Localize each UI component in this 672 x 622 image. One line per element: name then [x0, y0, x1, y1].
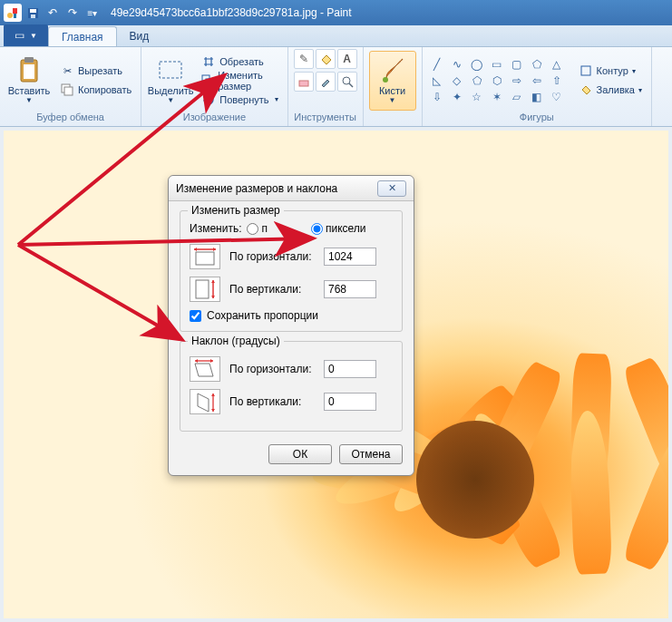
shape-star5-icon[interactable]: ☆ — [468, 90, 486, 104]
skew-fieldset: Наклон (градусы) По горизонтали: По верт… — [180, 341, 403, 432]
fill-label: Заливка — [597, 84, 635, 95]
copy-label: Копировать — [78, 84, 131, 95]
tab-view[interactable]: Вид — [117, 26, 162, 46]
shape-star4-icon[interactable]: ✦ — [448, 90, 466, 104]
group-more: То — [652, 47, 672, 126]
shape-leftarrow-icon[interactable]: ⇦ — [528, 73, 546, 88]
resize-legend: Изменить размер — [188, 204, 284, 217]
svg-rect-14 — [299, 81, 308, 86]
shape-fill-button[interactable]: Заливка▾ — [575, 81, 646, 99]
resize-vert-input[interactable] — [324, 280, 376, 298]
copy-button[interactable]: Копировать — [56, 81, 135, 99]
paste-label: Вставить — [8, 85, 51, 96]
skew-legend: Наклон (градусы) — [188, 335, 284, 347]
dialog-titlebar[interactable]: Изменение размеров и наклона ✕ — [169, 176, 414, 201]
shape-rect-icon[interactable]: ▭ — [488, 57, 506, 72]
pencil-tool[interactable]: ✎ — [294, 49, 314, 69]
paste-button[interactable]: Вставить ▼ — [5, 51, 53, 111]
cut-button[interactable]: ✂ Вырезать — [56, 62, 135, 80]
resize-horiz-input[interactable] — [324, 248, 376, 266]
magnifier-tool[interactable] — [337, 72, 357, 92]
more-button[interactable]: То — [657, 56, 672, 116]
resize-skew-dialog: Изменение размеров и наклона ✕ Изменить … — [168, 175, 414, 476]
crop-icon — [201, 54, 216, 69]
scissors-icon: ✂ — [60, 63, 74, 78]
rotate-button[interactable]: Повернуть ▾ — [198, 91, 281, 109]
radio-percent-input[interactable] — [247, 223, 258, 235]
title-app: Paint — [326, 6, 351, 19]
app-icon[interactable] — [4, 4, 22, 22]
svg-rect-5 — [31, 15, 35, 18]
shape-heart-icon[interactable]: ♡ — [548, 90, 566, 104]
shape-curve-icon[interactable]: ∿ — [448, 57, 466, 72]
skew-horiz-icon — [190, 356, 220, 382]
resize-fieldset: Изменить размер Изменить: п пиксели По г… — [180, 210, 403, 332]
resize-button[interactable]: Изменить размер — [198, 72, 281, 90]
radio-percent[interactable]: п — [247, 222, 268, 235]
ok-button[interactable]: ОК — [268, 444, 332, 464]
title-filename: 49e29d45473bcc6a1bbf238d9c29781a.jpg — [111, 6, 317, 19]
brush-icon — [380, 57, 405, 83]
skew-horiz-input[interactable] — [324, 360, 376, 378]
svg-marker-23 — [195, 364, 213, 376]
clipboard-icon — [16, 57, 42, 83]
save-icon[interactable] — [24, 4, 42, 22]
redo-icon[interactable]: ↷ — [63, 4, 82, 22]
brushes-button[interactable]: Кисти ▼ — [369, 51, 416, 111]
shape-polygon-icon[interactable]: ⬠ — [528, 57, 546, 72]
quick-access-toolbar: ↶ ↷ ≡▾ — [4, 4, 102, 22]
dialog-close-button[interactable]: ✕ — [377, 180, 406, 197]
resize-vert-icon — [190, 277, 220, 302]
chevron-down-icon: ▾ — [275, 95, 278, 103]
shape-downarrow-icon[interactable]: ⇩ — [428, 90, 446, 104]
shape-diamond-icon[interactable]: ◇ — [448, 73, 466, 88]
chevron-down-icon: ▼ — [167, 96, 174, 104]
color-picker-tool[interactable] — [316, 72, 336, 92]
radio-pixels-input[interactable] — [311, 223, 323, 235]
fill-tool[interactable] — [316, 49, 336, 69]
svg-rect-18 — [581, 66, 590, 75]
crop-button[interactable]: Обрезать — [198, 53, 281, 71]
svg-line-16 — [349, 83, 353, 87]
rotate-icon — [201, 92, 216, 107]
shape-rightarrow-icon[interactable]: ⇨ — [508, 73, 526, 88]
skew-horiz-label: По горизонтали: — [229, 363, 315, 375]
skew-vert-input[interactable] — [324, 393, 376, 411]
shape-line-icon[interactable]: ╱ — [428, 57, 446, 72]
file-tab-icon: ▭ — [15, 29, 24, 42]
shape-oval-icon[interactable]: ◯ — [468, 57, 486, 72]
radio-pixels[interactable]: пиксели — [311, 222, 366, 235]
shape-hexagon-icon[interactable]: ⬡ — [488, 73, 506, 88]
select-label: Выделить — [148, 85, 194, 96]
group-label-shapes: Фигуры — [428, 112, 646, 124]
cancel-button[interactable]: Отмена — [339, 444, 403, 464]
chevron-down-icon: ▼ — [25, 96, 33, 104]
copy-icon — [60, 83, 74, 97]
rotate-label: Повернуть — [219, 94, 268, 105]
qat-dropdown-icon[interactable]: ≡▾ — [83, 4, 102, 22]
text-tool[interactable]: A — [337, 49, 357, 69]
shape-pentagon-icon[interactable]: ⬠ — [468, 73, 486, 88]
shape-roundrect-icon[interactable]: ▢ — [508, 57, 526, 72]
file-tab[interactable]: ▭ ▼ — [4, 24, 48, 46]
group-label-tools: Инструменты — [294, 112, 357, 124]
undo-icon[interactable]: ↶ — [44, 4, 62, 22]
tab-home[interactable]: Главная — [48, 26, 117, 46]
shape-star6-icon[interactable]: ✶ — [488, 90, 506, 104]
keep-aspect-checkbox[interactable] — [190, 310, 201, 322]
skew-vert-label: По вертикали: — [229, 395, 315, 408]
chevron-down-icon: ▼ — [389, 96, 396, 104]
shape-callout2-icon[interactable]: ◧ — [528, 90, 546, 104]
shape-rtriangle-icon[interactable]: ◺ — [428, 73, 446, 88]
shape-outline-button[interactable]: Контур▾ — [575, 62, 646, 80]
select-button[interactable]: Выделить ▼ — [147, 51, 194, 111]
svg-marker-25 — [198, 394, 209, 412]
svg-rect-21 — [196, 280, 209, 298]
group-image: Выделить ▼ Обрезать Изменить размер — [141, 47, 287, 126]
shape-callout-icon[interactable]: ▱ — [508, 90, 526, 104]
eraser-tool[interactable] — [294, 72, 314, 92]
shape-uparrow-icon[interactable]: ⇧ — [548, 73, 566, 88]
close-icon: ✕ — [388, 182, 396, 194]
shapes-gallery[interactable]: ╱ ∿ ◯ ▭ ▢ ⬠ △ ◺ ◇ ⬠ ⬡ ⇨ ⇦ ⇧ — [428, 57, 566, 104]
shape-triangle-icon[interactable]: △ — [548, 57, 566, 72]
